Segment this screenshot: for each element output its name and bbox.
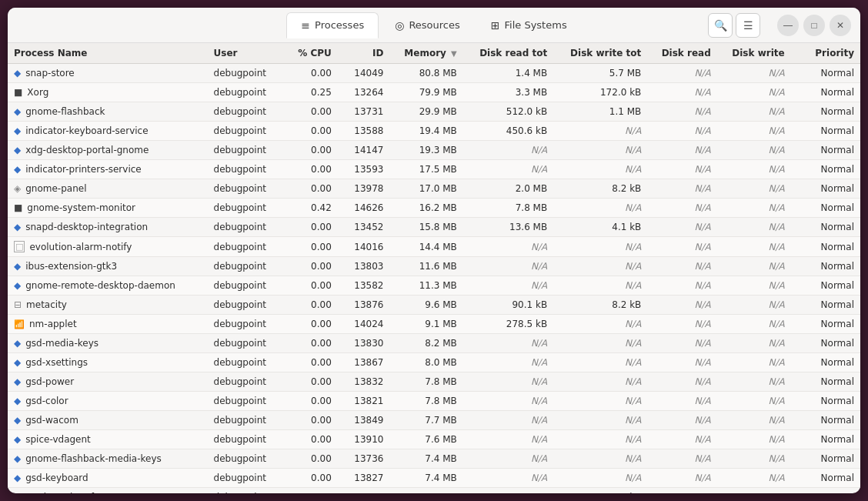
table-row[interactable]: ◆ tracker-miner-fs-3 debugpoint 0.00 133…: [8, 488, 860, 494]
cell-memory: 7.8 MB: [389, 392, 462, 411]
cell-diskwrite: N/A: [717, 64, 791, 83]
search-button[interactable]: 🔍: [708, 13, 733, 38]
cell-id: 14024: [338, 315, 390, 334]
table-row[interactable]: ◆ gsd-power debugpoint 0.00 13832 7.8 MB…: [8, 372, 860, 392]
cell-priority: Normal: [791, 372, 860, 392]
table-row[interactable]: ◆ gsd-media-keys debugpoint 0.00 13830 8…: [8, 334, 860, 353]
table-row[interactable]: ◆ snapd-desktop-integration debugpoint 0…: [8, 218, 860, 237]
table-row[interactable]: ◆ gnome-flashback-media-keys debugpoint …: [8, 449, 860, 469]
col-header-priority[interactable]: Priority: [791, 43, 860, 64]
cell-memory: 7.3 MB: [389, 488, 462, 494]
menu-button[interactable]: ☰: [736, 13, 760, 38]
cell-memory: 11.3 MB: [389, 276, 462, 296]
table-row[interactable]: ◆ indicator-printers-service debugpoint …: [8, 160, 860, 179]
close-button[interactable]: ✕: [830, 15, 851, 36]
table-row[interactable]: ◆ snap-store debugpoint 0.00 14049 80.8 …: [8, 64, 860, 83]
cell-diskwrite-tot: N/A: [553, 392, 647, 411]
cell-diskwrite-tot: N/A: [553, 257, 647, 276]
proc-name: indicator-printers-service: [25, 164, 141, 175]
table-row[interactable]: 📶 nm-applet debugpoint 0.00 14024 9.1 MB…: [8, 315, 860, 334]
process-table-container[interactable]: Process Name User % CPU ID Memory ▼: [8, 43, 860, 493]
minimize-button[interactable]: —: [777, 15, 799, 36]
cell-user: debugpoint: [208, 237, 286, 257]
cell-name: ◆ gsd-media-keys: [8, 334, 208, 353]
cell-diskwrite-tot: N/A: [553, 160, 647, 179]
cell-priority: Normal: [791, 199, 860, 218]
table-row[interactable]: ◆ ibus-extension-gtk3 debugpoint 0.00 13…: [8, 257, 860, 276]
table-row[interactable]: ◆ gsd-xsettings debugpoint 0.00 13867 8.…: [8, 353, 860, 372]
cell-memory: 80.8 MB: [389, 64, 462, 83]
col-header-diskwrite[interactable]: Disk write: [717, 43, 791, 64]
table-row[interactable]: ◆ indicator-keyboard-service debugpoint …: [8, 122, 860, 141]
proc-name: gnome-flashback: [25, 106, 105, 117]
table-row[interactable]: ◆ gsd-keyboard debugpoint 0.00 13827 7.4…: [8, 469, 860, 488]
table-row[interactable]: ■ gnome-system-monitor debugpoint 0.42 1…: [8, 199, 860, 218]
proc-icon: ◈: [14, 183, 21, 194]
table-row[interactable]: ◆ xdg-desktop-portal-gnome debugpoint 0.…: [8, 141, 860, 160]
proc-name: tracker-miner-fs-3: [25, 492, 108, 493]
cell-diskread: N/A: [647, 372, 716, 392]
maximize-button[interactable]: □: [803, 15, 825, 36]
table-row[interactable]: ◆ gnome-flashback debugpoint 0.00 13731 …: [8, 102, 860, 122]
cell-diskread: N/A: [647, 392, 716, 411]
cell-diskread-tot: N/A: [463, 353, 553, 372]
cell-cpu: 0.00: [285, 449, 338, 469]
col-header-diskread-tot[interactable]: Disk read tot: [463, 43, 553, 64]
col-header-id[interactable]: ID: [338, 43, 390, 64]
main-window: ≡ Processes ◎ Resources ⊞ File Systems 🔍…: [8, 8, 860, 493]
cell-priority: Normal: [791, 257, 860, 276]
cell-diskwrite-tot: N/A: [553, 411, 647, 430]
table-row[interactable]: ⊟ metacity debugpoint 0.00 13876 9.6 MB …: [8, 296, 860, 315]
table-row[interactable]: ◈ gnome-panel debugpoint 0.00 13978 17.0…: [8, 179, 860, 199]
cell-user: debugpoint: [208, 102, 286, 122]
cell-cpu: 0.42: [285, 199, 338, 218]
table-row[interactable]: ◆ gnome-remote-desktop-daemon debugpoint…: [8, 276, 860, 296]
cell-cpu: 0.00: [285, 218, 338, 237]
cell-user: debugpoint: [208, 83, 286, 102]
col-header-cpu[interactable]: % CPU: [285, 43, 338, 64]
col-header-diskread[interactable]: Disk read: [647, 43, 716, 64]
proc-icon: ◆: [14, 68, 21, 78]
cell-user: debugpoint: [208, 218, 286, 237]
cell-user: debugpoint: [208, 372, 286, 392]
cell-id: 14049: [338, 64, 390, 83]
table-row[interactable]: □ evolution-alarm-notify debugpoint 0.00…: [8, 237, 860, 257]
cell-id: 14147: [338, 141, 390, 160]
cell-memory: 9.6 MB: [389, 296, 462, 315]
cell-cpu: 0.00: [285, 296, 338, 315]
cell-diskread-tot: N/A: [463, 430, 553, 449]
cell-id: 13830: [338, 334, 390, 353]
cell-diskread-tot: N/A: [463, 160, 553, 179]
cell-diskread: N/A: [647, 334, 716, 353]
tab-filesystems[interactable]: ⊞ File Systems: [476, 12, 582, 38]
table-row[interactable]: ◆ gsd-color debugpoint 0.00 13821 7.8 MB…: [8, 392, 860, 411]
cell-diskwrite-tot: 8.2 kB: [553, 296, 647, 315]
cell-name: ◈ gnome-panel: [8, 179, 208, 199]
cell-diskread-tot: 512.0 kB: [463, 102, 553, 122]
cell-name: ◆ gsd-xsettings: [8, 353, 208, 372]
tab-resources[interactable]: ◎ Resources: [380, 12, 475, 38]
table-row[interactable]: ■ Xorg debugpoint 0.25 13264 79.9 MB 3.3…: [8, 83, 860, 102]
cell-diskwrite: N/A: [717, 411, 791, 430]
tab-processes[interactable]: ≡ Processes: [286, 12, 379, 38]
cell-diskread-tot: N/A: [463, 488, 553, 494]
cell-memory: 8.0 MB: [389, 353, 462, 372]
cell-name: ⊟ metacity: [8, 296, 208, 315]
col-header-user[interactable]: User: [208, 43, 286, 64]
proc-name: metacity: [26, 299, 67, 310]
col-header-name[interactable]: Process Name: [8, 43, 208, 64]
cell-name: ◆ gsd-keyboard: [8, 469, 208, 488]
cell-id: 13452: [338, 218, 390, 237]
cell-priority: Normal: [791, 392, 860, 411]
cell-name: ◆ gnome-remote-desktop-daemon: [8, 276, 208, 296]
table-row[interactable]: ◆ spice-vdagent debugpoint 0.00 13910 7.…: [8, 430, 860, 449]
cell-diskwrite-tot: 4.1 kB: [553, 218, 647, 237]
col-header-memory[interactable]: Memory ▼: [389, 43, 462, 64]
cell-name: ◆ tracker-miner-fs-3: [8, 488, 208, 494]
cell-diskread-tot: N/A: [463, 449, 553, 469]
table-row[interactable]: ◆ gsd-wacom debugpoint 0.00 13849 7.7 MB…: [8, 411, 860, 430]
cell-priority: Normal: [791, 160, 860, 179]
cell-priority: Normal: [791, 353, 860, 372]
proc-name: nm-applet: [29, 319, 77, 329]
col-header-diskwrite-tot[interactable]: Disk write tot: [553, 43, 647, 64]
